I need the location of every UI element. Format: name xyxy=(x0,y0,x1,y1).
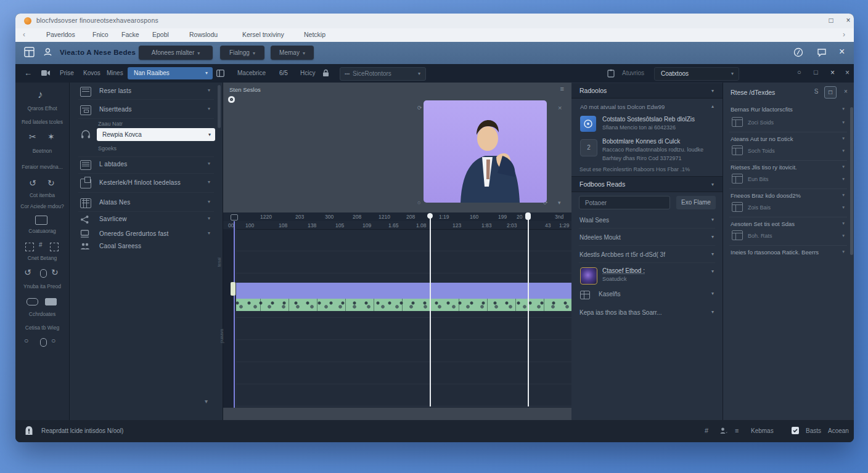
timeline[interactable]: 1220 203 300 208 1210 208 1:19 160 199 2… xyxy=(223,212,571,408)
recorders-select[interactable]: ••• SiceRotontors ▾ xyxy=(340,67,426,81)
selection-icon[interactable] xyxy=(25,243,34,251)
row-waal-sees[interactable]: Waal Sees xyxy=(579,217,609,224)
status-label-acoean[interactable]: Acoean xyxy=(828,427,849,434)
user-icon[interactable] xyxy=(43,47,53,57)
timeline-ruler-top[interactable]: 1220 203 300 208 1210 208 1:19 160 199 2… xyxy=(223,212,571,222)
label-hcicy[interactable]: Hcicy xyxy=(300,70,315,76)
panel-icon[interactable] xyxy=(216,70,224,77)
preset-thumb-icon[interactable] xyxy=(580,116,596,132)
video-clip-thumbnails[interactable] xyxy=(232,299,571,311)
scissors-icon[interactable]: ✂ xyxy=(29,132,36,142)
edit-circle-icon[interactable] xyxy=(793,47,803,57)
layout-grid-icon[interactable] xyxy=(24,47,35,57)
replay-icon[interactable]: ↻ xyxy=(51,267,59,277)
features-section-header[interactable]: Fodboos Reads ▾ xyxy=(571,176,723,192)
chevron-down-icon[interactable]: ▾ xyxy=(842,135,845,141)
chevron-down-icon[interactable]: ▾ xyxy=(711,269,714,274)
record-icon[interactable]: ○ xyxy=(797,68,801,76)
remove-handle-icon[interactable]: × xyxy=(558,104,562,111)
tab-prise[interactable]: Prise xyxy=(60,70,74,76)
scrollbar[interactable] xyxy=(218,85,221,128)
chevron-down-icon[interactable]: ▾ xyxy=(208,216,210,221)
tool-item-onereds[interactable]: Onereds Grerdurtos fast xyxy=(99,230,168,237)
chevron-down-icon[interactable]: ▾ xyxy=(711,234,714,240)
shuffle-icon[interactable]: × xyxy=(840,86,851,97)
preset-item-title[interactable]: Cotstato Sostesôtslao Reb dlolZis xyxy=(602,116,695,123)
timeline-ruler-bottom[interactable]: 00 100 108 138 105 109 1.65 1.08 123 1:8… xyxy=(223,221,571,230)
row-masks[interactable]: Kaselñs xyxy=(599,291,621,297)
marker-handle[interactable] xyxy=(525,212,531,220)
chevron-down-icon[interactable]: ▾ xyxy=(208,179,210,185)
globe-tool-icon[interactable]: ○ xyxy=(51,336,55,345)
mode-select[interactable]: Nan Raaibes ▾ xyxy=(128,67,213,79)
preview-menu-icon[interactable]: ≡ xyxy=(560,85,564,92)
properties-header[interactable]: Radoolos ▾ xyxy=(571,83,723,99)
asset-group-title[interactable]: Ineies fo rtasonooa Ratick. Beerrs xyxy=(731,249,819,256)
tool-item-savrlicew[interactable]: Savrlicew xyxy=(99,216,127,222)
tool-item-nisertteads[interactable]: Nisertteads xyxy=(99,106,132,113)
selection-icon-2[interactable] xyxy=(50,243,59,251)
video-frame[interactable] xyxy=(424,100,547,203)
speed-badge[interactable]: 6/5 xyxy=(279,70,288,76)
spark-icon[interactable]: ✶ xyxy=(47,132,55,142)
playhead-line[interactable] xyxy=(430,214,431,406)
row-keep[interactable]: Kepa ias thos iba thas Soarr... xyxy=(579,309,661,316)
undo-icon[interactable]: ↺ xyxy=(29,178,36,188)
menu-item-2[interactable]: Fnico xyxy=(92,31,108,38)
grid-view-icon[interactable]: □ xyxy=(824,86,837,99)
asset-item-label[interactable]: Soch Toids xyxy=(748,148,775,154)
chevron-down-icon[interactable]: ▾ xyxy=(208,87,210,93)
tab-mines[interactable]: Mines xyxy=(107,70,123,76)
tool-item-caoal[interactable]: Caoal Sareess xyxy=(99,243,141,249)
snap-status-icon[interactable]: # xyxy=(705,427,708,434)
monitor-icon[interactable] xyxy=(35,216,47,225)
clip-icon[interactable] xyxy=(41,70,50,76)
asset-group-title[interactable]: Ateans Aut tur no Eotick xyxy=(731,135,793,142)
asset-group-title[interactable]: Fneeos Braz kdo doosd2% xyxy=(731,192,801,199)
tool-item-alatas[interactable]: Alatas Nes xyxy=(99,199,130,206)
user-status-icon[interactable] xyxy=(719,427,727,435)
contexts-select[interactable]: Coatxtoos ▾ xyxy=(654,67,739,81)
status-label-basts[interactable]: Basts xyxy=(806,427,821,434)
row-kdestls[interactable]: Kdestls Arcbbes rt t5r d-dSd( 3f xyxy=(579,251,665,258)
chevron-down-icon[interactable]: ▾ xyxy=(711,291,714,296)
asset-group-title[interactable]: Rietses Jlis tiso ry itovicit. xyxy=(731,164,797,171)
corner-chevron-icon[interactable]: ▾ xyxy=(558,200,561,206)
menu-item-6[interactable]: Kersel tnxiviny xyxy=(242,31,284,38)
chevron-down-icon[interactable]: ▾ xyxy=(842,204,845,210)
close-project-icon[interactable]: × xyxy=(839,46,845,57)
preset-thumb-2-icon[interactable]: 2 xyxy=(580,139,597,156)
filing-dropdown-button[interactable]: Fialngg▾ xyxy=(220,46,264,60)
scroll-down-icon[interactable]: ▾ xyxy=(205,398,208,405)
chevron-down-icon[interactable]: ▾ xyxy=(208,230,210,236)
nav-forward-icon[interactable]: › xyxy=(843,30,845,39)
marker-line[interactable] xyxy=(528,214,529,406)
asset-item-label[interactable]: Eun Bits xyxy=(748,176,769,182)
status-label-kebmas[interactable]: Kebmas xyxy=(751,427,774,434)
circle-tool-icon[interactable]: ○ xyxy=(24,336,28,345)
list-view-icon[interactable]: S xyxy=(811,86,822,97)
feature-input[interactable]: Potaoer xyxy=(579,196,670,209)
asset-group-title[interactable]: Bernas Rur ldactorscfits xyxy=(731,106,793,113)
voice-select[interactable]: Rewpia Kovca ▾ xyxy=(97,128,215,141)
close-panel-icon[interactable]: × xyxy=(830,68,835,77)
chevron-down-icon[interactable]: ▾ xyxy=(842,192,845,198)
chevron-down-icon[interactable]: ▾ xyxy=(711,251,714,257)
lock-icon[interactable] xyxy=(322,69,329,77)
effect-thumbnail[interactable] xyxy=(580,267,597,285)
chevron-down-icon[interactable]: ▾ xyxy=(208,199,210,204)
edit-playhead-handle[interactable] xyxy=(231,282,235,296)
edit-playhead-line[interactable] xyxy=(234,221,235,408)
end-frame-button[interactable]: Exo Flame xyxy=(676,196,716,209)
tool-item-kesterlek[interactable]: Kesterlek/H finloot loedelass xyxy=(99,179,181,186)
close-panel-icon-2[interactable]: × xyxy=(845,68,850,77)
track-area[interactable] xyxy=(223,229,571,408)
redo-icon[interactable]: ↻ xyxy=(47,178,55,188)
mic-tool-icon[interactable] xyxy=(40,338,47,347)
chevron-down-icon[interactable]: ▾ xyxy=(842,220,845,226)
menu-item-1[interactable]: Paverldos xyxy=(46,31,75,38)
chevron-down-icon[interactable]: ▾ xyxy=(842,119,845,125)
nav-back-icon[interactable]: ‹ xyxy=(23,30,25,39)
back-icon[interactable]: ← xyxy=(24,68,32,78)
menu-item-7[interactable]: Netckip xyxy=(304,31,326,38)
